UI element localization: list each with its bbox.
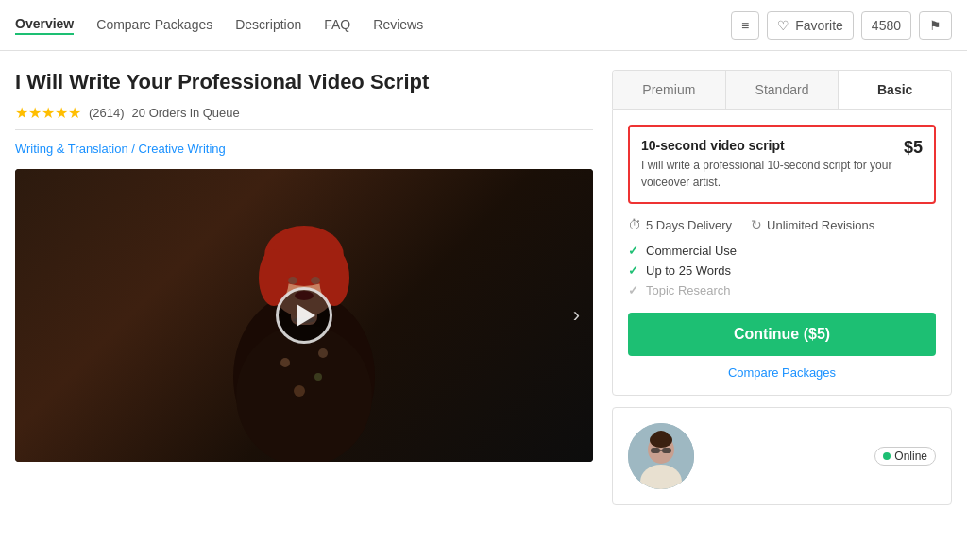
package-name: 10-second video script — [641, 138, 892, 153]
package-content: 10-second video script I will write a pr… — [612, 109, 952, 396]
feature-label-commercial: Commercial Use — [646, 244, 737, 258]
nav-description[interactable]: Description — [235, 17, 301, 34]
package-tabs: Premium Standard Basic — [612, 70, 952, 109]
favorite-button[interactable]: ♡ Favorite — [767, 11, 854, 40]
check-icon-research: ✓ — [628, 283, 638, 297]
review-count: (2614) — [89, 106, 125, 120]
svg-rect-21 — [662, 448, 671, 453]
nav-links: Overview Compare Packages Description FA… — [15, 16, 423, 35]
nav-reviews[interactable]: Reviews — [373, 17, 423, 34]
svg-point-13 — [294, 385, 305, 397]
svg-point-12 — [314, 373, 322, 381]
check-icon-commercial: ✓ — [628, 244, 638, 258]
nav-compare-packages[interactable]: Compare Packages — [96, 17, 212, 34]
breadcrumb[interactable]: Writing & Translation / Creative Writing — [15, 142, 593, 156]
nav-right-actions: ≡ ♡ Favorite 4580 ⚑ — [731, 11, 952, 40]
feature-commercial-use: ✓ Commercial Use — [628, 244, 936, 258]
continue-button[interactable]: Continue ($5) — [628, 313, 936, 356]
star-rating: ★★★★★ — [15, 104, 81, 122]
flag-button[interactable]: ⚑ — [919, 11, 952, 40]
nav-overview[interactable]: Overview — [15, 16, 74, 35]
svg-point-8 — [311, 277, 320, 284]
online-indicator — [883, 452, 891, 460]
tab-basic[interactable]: Basic — [839, 71, 951, 109]
orders-queue: 20 Orders in Queue — [132, 106, 240, 120]
feature-list: ✓ Commercial Use ✓ Up to 25 Words ✓ Topi… — [628, 244, 936, 297]
svg-rect-20 — [651, 448, 660, 453]
flag-icon: ⚑ — [929, 18, 942, 33]
seller-card: Online — [612, 407, 952, 505]
svg-point-14 — [318, 348, 328, 358]
revisions-feature: ↻ Unlimited Revisions — [751, 217, 874, 232]
compare-packages-link[interactable]: Compare Packages — [628, 365, 936, 380]
svg-point-7 — [288, 277, 297, 284]
nav-faq[interactable]: FAQ — [324, 17, 350, 34]
online-badge: Online — [874, 447, 936, 466]
play-button[interactable] — [276, 287, 332, 344]
breadcrumb-link[interactable]: Writing & Translation / Creative Writing — [15, 142, 226, 156]
feature-topic-research: ✓ Topic Research — [628, 283, 936, 297]
main-container: I Will Write Your Professional Video Scr… — [0, 51, 967, 524]
svg-point-18 — [653, 431, 669, 442]
play-icon — [297, 304, 315, 327]
delivery-features-row: ⏱ 5 Days Delivery ↻ Unlimited Revisions — [628, 217, 936, 232]
right-column: Premium Standard Basic 10-second video s… — [612, 70, 952, 505]
favorite-label: Favorite — [795, 18, 843, 33]
revisions-label: Unlimited Revisions — [767, 218, 874, 232]
gig-title: I Will Write Your Professional Video Scr… — [15, 70, 593, 94]
package-description: I will write a professional 10-second sc… — [641, 157, 892, 191]
tab-premium[interactable]: Premium — [613, 71, 726, 109]
divider — [15, 129, 593, 130]
clock-icon: ⏱ — [628, 217, 641, 232]
delivery-label: 5 Days Delivery — [646, 218, 732, 232]
video-player[interactable]: › — [15, 169, 593, 462]
package-info: 10-second video script I will write a pr… — [641, 138, 892, 191]
svg-point-11 — [280, 358, 290, 367]
delivery-feature: ⏱ 5 Days Delivery — [628, 217, 732, 232]
tab-standard[interactable]: Standard — [726, 71, 840, 109]
next-arrow-icon[interactable]: › — [573, 303, 580, 328]
menu-icon: ≡ — [741, 18, 749, 33]
online-label: Online — [894, 450, 927, 463]
favorite-count: 4580 — [861, 11, 911, 40]
feature-label-research: Topic Research — [646, 283, 731, 297]
package-highlight-box: 10-second video script I will write a pr… — [628, 125, 936, 204]
rating-row: ★★★★★ (2614) 20 Orders in Queue — [15, 104, 593, 122]
top-navigation: Overview Compare Packages Description FA… — [0, 0, 967, 51]
package-price: $5 — [904, 138, 923, 158]
heart-icon: ♡ — [777, 18, 789, 33]
feature-word-count: ✓ Up to 25 Words — [628, 263, 936, 278]
seller-avatar — [628, 423, 694, 489]
left-column: I Will Write Your Professional Video Scr… — [15, 70, 612, 462]
check-icon-words: ✓ — [628, 263, 638, 278]
feature-label-words: Up to 25 Words — [646, 263, 731, 278]
refresh-icon: ↻ — [751, 217, 762, 232]
menu-button[interactable]: ≡ — [731, 11, 759, 40]
